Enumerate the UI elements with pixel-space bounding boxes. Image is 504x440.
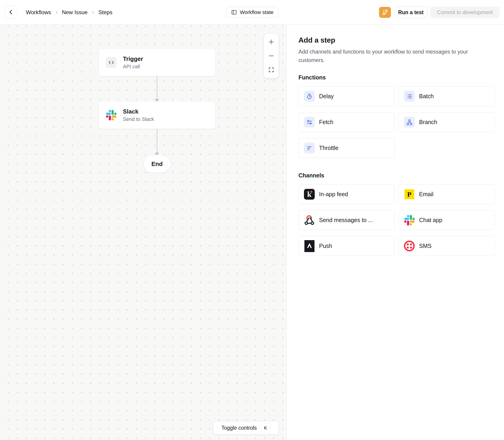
step-card-label: Fetch xyxy=(319,119,333,125)
breadcrumb-item-workflows[interactable]: Workflows xyxy=(26,9,51,15)
step-card-label: Batch xyxy=(419,93,434,100)
step-card-send-messages[interactable]: Send messages to ... xyxy=(299,210,395,230)
node-title: Trigger xyxy=(123,55,143,63)
side-panel-icon xyxy=(231,9,237,15)
hierarchy-icon xyxy=(404,117,415,127)
step-card-in-app-feed[interactable]: k In-app feed xyxy=(299,184,395,204)
node-subtitle: Send to Slack xyxy=(123,116,154,122)
zoom-in-button[interactable] xyxy=(267,37,276,46)
step-card-batch[interactable]: Batch xyxy=(398,86,495,106)
chevron-left-icon xyxy=(8,9,14,15)
breadcrumb-item-new-issue[interactable]: New Issue xyxy=(62,9,88,15)
slack-logo-icon xyxy=(404,215,415,225)
functions-grid: Delay Batch Fetch xyxy=(299,86,495,158)
slack-logo-icon xyxy=(106,110,117,121)
step-card-label: Send messages to ... xyxy=(319,217,373,223)
filter-lines-icon xyxy=(304,143,315,153)
panel-title: Add a step xyxy=(299,36,495,44)
channels-grid: k In-app feed P Email xyxy=(299,184,495,256)
commit-diff-button[interactable] xyxy=(379,7,391,18)
zoom-out-button[interactable] xyxy=(267,51,276,60)
canvas-zoom-controls xyxy=(264,34,279,78)
workflow-canvas[interactable]: Trigger API call Slack xyxy=(0,25,286,440)
node-title: Slack xyxy=(123,108,154,115)
git-branch-icon xyxy=(381,9,389,16)
node-trigger[interactable]: Trigger API call xyxy=(99,49,215,76)
plus-icon xyxy=(268,39,275,45)
minus-icon xyxy=(268,53,275,59)
webhook-logo-icon xyxy=(304,215,315,225)
step-card-label: Email xyxy=(419,191,434,198)
step-card-email[interactable]: P Email xyxy=(398,184,495,204)
list-icon xyxy=(404,91,415,102)
swap-arrows-icon xyxy=(304,117,315,127)
step-card-label: Branch xyxy=(419,119,437,125)
workflow-state-label: Workflow state xyxy=(240,9,273,15)
step-card-sms[interactable]: SMS xyxy=(398,236,495,256)
node-subtitle: API call xyxy=(123,64,143,69)
fit-view-button[interactable] xyxy=(267,65,276,74)
step-card-fetch[interactable]: Fetch xyxy=(299,112,395,132)
breadcrumb: Workflows › New Issue › Steps xyxy=(26,0,112,25)
step-card-label: Push xyxy=(319,243,332,249)
step-card-chat-app[interactable]: Chat app xyxy=(398,210,495,230)
step-card-label: In-app feed xyxy=(319,191,348,198)
node-slack[interactable]: Slack Send to Slack xyxy=(99,101,215,129)
functions-section-label: Functions xyxy=(299,74,495,81)
step-card-branch[interactable]: Branch xyxy=(398,112,495,132)
toggle-controls-label: Toggle controls xyxy=(221,425,257,431)
keyboard-shortcut-badge: K xyxy=(261,423,270,433)
stopwatch-icon xyxy=(304,91,315,102)
code-icon xyxy=(106,57,117,68)
end-label: End xyxy=(151,161,163,167)
run-a-test-button[interactable]: Run a test xyxy=(394,7,428,18)
breadcrumb-item-steps[interactable]: Steps xyxy=(98,9,112,15)
expo-logo-icon xyxy=(304,240,314,252)
step-card-label: Throttle xyxy=(319,145,339,151)
commit-to-development-button[interactable]: Commit to development xyxy=(430,7,499,18)
panel-description: Add channels and functions to your workf… xyxy=(299,48,493,65)
postmark-logo-icon: P xyxy=(404,189,414,199)
channels-section-label: Channels xyxy=(299,172,495,179)
workflow-state-button[interactable]: Workflow state xyxy=(226,7,278,18)
top-bar: Workflows › New Issue › Steps Workflow s… xyxy=(0,0,504,25)
fullscreen-icon xyxy=(268,66,275,73)
breadcrumb-separator: › xyxy=(92,9,94,15)
workflow-editor: Workflows › New Issue › Steps Workflow s… xyxy=(0,0,504,440)
node-end[interactable]: End xyxy=(144,155,171,173)
breadcrumb-separator: › xyxy=(56,9,57,15)
twilio-logo-icon xyxy=(404,241,415,251)
back-button[interactable] xyxy=(5,5,17,19)
step-card-push[interactable]: Push xyxy=(299,236,395,256)
add-step-panel: Add a step Add channels and functions to… xyxy=(286,25,504,440)
edge-trigger-slack xyxy=(157,76,157,99)
toggle-controls-button[interactable]: Toggle controls K xyxy=(213,421,279,435)
step-card-throttle[interactable]: Throttle xyxy=(299,138,395,158)
step-card-label: Chat app xyxy=(419,217,442,223)
knock-logo-icon: k xyxy=(304,189,315,200)
step-card-label: Delay xyxy=(319,93,334,100)
step-card-label: SMS xyxy=(419,243,431,249)
edge-slack-end xyxy=(157,129,157,153)
step-card-delay[interactable]: Delay xyxy=(299,86,395,106)
